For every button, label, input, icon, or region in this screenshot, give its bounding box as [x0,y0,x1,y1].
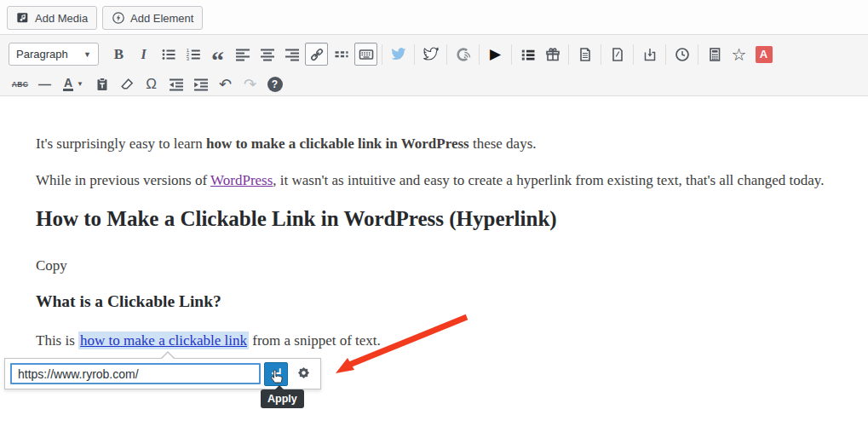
p1-prefix: It's surprisingly easy to learn [36,136,206,152]
indent-button[interactable] [189,72,212,95]
align-right-button[interactable] [280,43,303,66]
strikethrough-icon: ABC [12,80,28,89]
wordpress-link[interactable]: WordPress [210,172,273,188]
undo-button[interactable]: ↶ [214,72,237,95]
click-to-tweet-button[interactable] [419,43,442,66]
bullet-list-button[interactable] [157,43,180,66]
toolbar-separator [382,44,382,65]
more-tag-icon [334,47,349,62]
link-settings-button[interactable] [291,362,315,386]
gift-icon [545,47,560,62]
draft-document-button[interactable] [606,43,629,66]
highlight-a-button[interactable]: A [752,43,775,66]
document-icon [578,47,593,62]
p2-suffix: , it wasn't as intuitive and easy to cre… [273,172,824,188]
add-media-label: Add Media [35,12,88,25]
strikethrough-button[interactable]: ABC [9,72,32,95]
hr-icon: — [38,77,51,91]
table-of-contents-button[interactable] [516,43,539,66]
insert-video-button[interactable]: ▶ [484,43,507,66]
twitter-outline-icon [423,47,439,61]
align-center-icon [260,47,275,62]
clear-formatting-button[interactable] [115,72,138,95]
text-color-icon: A▼ [63,77,83,91]
outdent-button[interactable] [164,72,187,95]
toolbar-separator [414,44,415,65]
add-element-label: Add Element [130,12,193,25]
p2-prefix: While in previous versions of [36,172,210,188]
align-left-button[interactable] [231,43,254,66]
editor-toolbar: Paragraph ▼ BI123“▶☆A ABC—A▼Ω↶↷? [0,34,868,96]
download-icon [642,47,658,62]
outdent-icon [169,77,184,92]
copy-placeholder-text: Copy [36,257,67,274]
c-signal-icon [456,47,471,62]
help-button[interactable]: ? [263,72,286,95]
redo-icon: ↷ [244,77,256,92]
clickable-link-selected[interactable]: how to make a clickable link [80,332,247,349]
revive-social-button[interactable] [451,43,474,66]
add-element-button[interactable]: Add Element [102,6,203,30]
schedule-button[interactable] [670,43,693,66]
document-slash-icon [610,47,625,62]
star-button[interactable]: ☆ [727,43,750,66]
toolbar-separator [568,44,569,65]
toolbar-separator [446,44,447,65]
paste-text-icon [95,77,110,92]
gear-icon [296,365,312,384]
calculator-button[interactable] [703,43,726,66]
special-character-button[interactable]: Ω [140,72,163,95]
apply-link-button[interactable] [264,362,289,386]
document-button[interactable] [573,43,596,66]
letter-a-red-icon: A [756,46,773,63]
lightning-bolt-icon [112,11,125,25]
italic-icon: I [141,47,146,62]
blockquote-button[interactable]: “ [206,43,229,66]
calculator-icon [707,47,722,62]
bold-icon: B [114,46,124,63]
giveaway-button[interactable] [541,43,564,66]
toolbar-separator [665,44,666,65]
toolbar-separator [601,44,601,65]
numbered-list-button[interactable]: 123 [181,43,204,66]
toolbar-row-2: ABC—A▼Ω↶↷? [0,71,868,97]
horizontal-rule-button[interactable]: — [33,72,56,95]
twitter-solid-icon [391,47,406,61]
italic-button[interactable]: I [132,43,155,66]
keyboard-icon [359,47,374,62]
indent-icon [193,77,209,92]
popup-pointer [162,353,174,359]
wordpress-editor-screen: Add Media Add Element Paragraph ▼ BI123“… [0,0,868,421]
svg-text:3: 3 [186,56,189,61]
selected-text-highlight: how to make a clickable link [78,332,249,349]
paste-as-text-button[interactable] [90,72,113,95]
p1-suffix: these days. [469,136,537,152]
paragraph-format-select[interactable]: Paragraph ▼ [9,43,99,66]
bold-button[interactable]: B [107,43,130,66]
toolbar-toggle-button[interactable] [354,43,377,66]
download-button[interactable] [638,43,661,66]
blockquote-icon: “ [211,51,224,58]
link-button[interactable] [305,43,328,66]
link-url-input[interactable] [10,363,261,384]
paragraph-intro: It's surprisingly easy to learn how to m… [36,136,537,153]
help-icon: ? [267,77,283,92]
numbered-list-icon: 123 [186,47,201,62]
p3-suffix: from a snippet of text. [249,332,381,349]
omega-icon: Ω [146,77,157,91]
p1-bold-text: how to make a clickable link in WordPres… [206,136,469,152]
text-color-button[interactable]: A▼ [58,72,89,95]
add-media-button[interactable]: Add Media [7,6,97,30]
media-icon [16,11,30,25]
read-more-button[interactable] [330,43,353,66]
link-icon [309,47,325,62]
clock-icon [675,47,690,62]
twitter-share-button[interactable] [387,43,410,66]
redo-button[interactable]: ↷ [239,72,262,95]
star-icon: ☆ [732,46,747,63]
editor-top-bar: Add Media Add Element [0,0,868,34]
paragraph-example: This is how to make a clickable link fro… [36,332,381,349]
apply-tooltip: Apply [261,389,304,408]
section-subheading: What is a Clickable Link? [36,292,221,311]
align-center-button[interactable] [256,43,279,66]
